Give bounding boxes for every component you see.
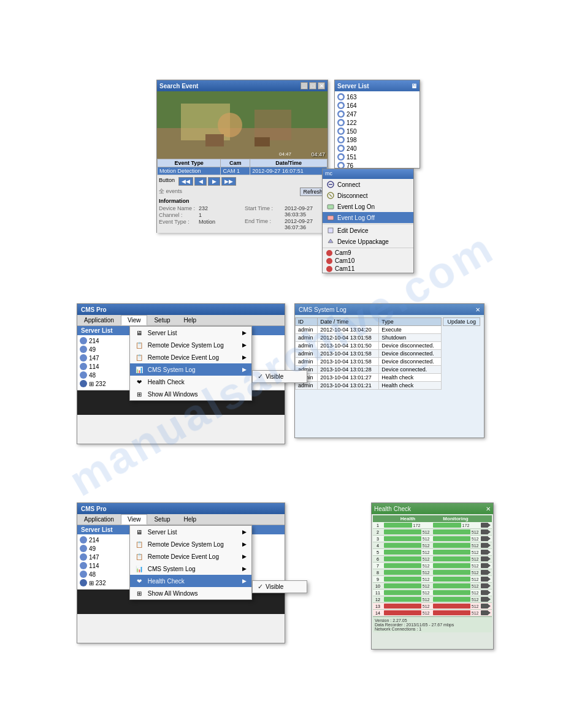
visible-option-2[interactable]: ✓ Visible <box>253 371 307 382</box>
dd3-server-list[interactable]: 🖥 Server List ▶ <box>130 526 251 538</box>
event-type-value: Motion <box>199 219 215 225</box>
server-item-151[interactable]: ⬤ 151 <box>336 153 418 161</box>
visible-option-3[interactable]: ✓ Visible <box>253 581 307 593</box>
hc-health-bar-1: 172 <box>383 523 432 528</box>
ctx-disconnect[interactable]: Disconnect <box>323 190 413 201</box>
hc-health-bar-14: 512 <box>383 610 432 615</box>
server-item-76[interactable]: ⬤ 76 <box>336 161 418 168</box>
section2: CMS Pro Application View Setup Help Serv… <box>77 303 494 450</box>
close-btn[interactable]: ✕ <box>318 82 325 89</box>
close-icon-log[interactable]: ✕ <box>475 306 480 313</box>
ctx-connect[interactable]: Connect <box>323 179 413 190</box>
hc-rows-container[interactable]: 1 172 172 <box>373 522 492 616</box>
tree-server-icon <box>80 346 87 353</box>
dd3-remote-event-log[interactable]: 📋 Remote Device Event Log ▶ <box>130 550 251 563</box>
menu-view-2[interactable]: View <box>121 315 148 325</box>
server-item-163[interactable]: ⬤ 163 <box>336 93 418 101</box>
server-item-150[interactable]: ⬤ 150 <box>336 127 418 135</box>
dd-remote-event-log[interactable]: 📋 Remote Device Event Log ▶ <box>130 351 251 363</box>
server-item-240[interactable]: ⬤ 240 <box>336 144 418 153</box>
hc-row-10: 10512512 <box>373 583 492 590</box>
hc-monitoring-bar-5: 512 <box>432 550 481 555</box>
hc-monitoring-bar-1: 172 <box>432 523 481 528</box>
dd3-show-all-windows[interactable]: ⊞ Show All Windows <box>130 587 251 599</box>
hc-row-7: 7512512 <box>373 563 492 569</box>
cms-titlebar-3: CMS Pro <box>77 503 285 514</box>
ctx-event-log-on[interactable]: Event Log On <box>323 201 413 212</box>
dd3-cms-system-log[interactable]: 📊 CMS System Log ▶ <box>130 563 251 575</box>
log-table-container[interactable]: ID Date / Time Type admin2012-10-04 13:0… <box>295 317 442 419</box>
minimize-btn[interactable]: _ <box>301 82 308 89</box>
dd-server-list[interactable]: 🖥 Server List ▶ <box>130 327 251 339</box>
hc-monitoring-bar-7: 512 <box>432 563 481 568</box>
hc-num-11: 11 <box>373 591 383 595</box>
svg-line-11 <box>329 194 332 197</box>
hc-close-icon[interactable]: ✕ <box>486 506 491 512</box>
next-next-btn[interactable]: ▶▶ <box>221 177 236 186</box>
ctx-event-log-off[interactable]: Event Log Off <box>323 212 413 223</box>
menu-help-2[interactable]: Help <box>177 315 204 325</box>
cms-log-icon: 📊 <box>135 365 144 374</box>
tree-server-icon <box>80 380 87 387</box>
server-icon: ⬤ <box>337 110 345 118</box>
remote-system-log3-icon: 📋 <box>135 540 144 548</box>
remote-system-log-icon: 📋 <box>135 341 144 349</box>
hc-row-6: 6512512 <box>373 556 492 563</box>
menu-setup-2[interactable]: Setup <box>147 315 177 325</box>
maximize-btn[interactable]: □ <box>309 82 316 89</box>
view-dropdown-2: 🖥 Server List ▶ 📋 Remote Device System L… <box>129 326 252 401</box>
server-item-164[interactable]: ⬤ 164 <box>336 101 418 110</box>
menu-help-3[interactable]: Help <box>177 514 204 525</box>
dd-cms-system-log[interactable]: 📊 CMS System Log ▶ <box>130 363 251 376</box>
cms-log-title: CMS System Log <box>299 306 347 313</box>
dd3-remote-system-log[interactable]: 📋 Remote Device System Log ▶ <box>130 538 251 550</box>
menu-application-2[interactable]: Application <box>77 315 121 325</box>
hc-cam-icon-5 <box>481 550 492 555</box>
menu-view-3[interactable]: View <box>121 514 148 525</box>
all-events-label: 全 events <box>159 188 182 196</box>
dd-health-check[interactable]: ❤ Health Check <box>130 376 251 388</box>
cam9-item[interactable]: Cam9 <box>323 249 413 257</box>
dd3-health-check[interactable]: ❤ Health Check ▶ <box>130 575 251 587</box>
prev-btn[interactable]: ◀ <box>194 177 207 186</box>
dd-remote-system-log[interactable]: 📋 Remote Device System Log ▶ <box>130 339 251 351</box>
hc-row-8: 8512512 <box>373 569 492 576</box>
hc-health-bar-2: 512 <box>383 529 432 534</box>
dd-show-all-windows[interactable]: ⊞ Show All Windows <box>130 388 251 400</box>
log-row: admin2012-10-04 13:01:58Shutdown <box>296 334 442 342</box>
check-icon: ✓ <box>258 373 263 381</box>
hc-row-4: 4512512 <box>373 542 492 549</box>
show-all-icon: ⊞ <box>135 390 144 398</box>
server-list-window: Server List 🖥 ⬤ 163 ⬤ 164 ⬤ 247 ⬤ 122 ⬤ <box>334 80 420 169</box>
cms-menubar-2: Application View Setup Help <box>77 315 285 326</box>
hc-health-bar-5: 512 <box>383 550 432 555</box>
hc-health-bar-12: 512 <box>383 597 432 602</box>
log-row: admin2013-10-04 13:01:27Health check <box>296 374 442 382</box>
device-name-label: Device Name : <box>159 205 199 211</box>
server-item-198[interactable]: ⬤ 198 <box>336 135 418 144</box>
hc-header: Health Monitoring <box>373 515 492 522</box>
cam10-item[interactable]: Cam10 <box>323 257 413 265</box>
hc-cam-icon-3 <box>481 536 492 541</box>
hc-monitoring-bar-2: 512 <box>432 529 481 534</box>
hc-monitoring-bar-3: 512 <box>432 536 481 541</box>
hc-health-bar-11: 512 <box>383 590 432 595</box>
cam11-item[interactable]: Cam11 <box>323 265 413 273</box>
update-log-btn[interactable]: Update Log <box>443 317 480 326</box>
hc-row-1: 1 172 172 <box>373 522 492 529</box>
ctx-edit-device[interactable]: Edit Device <box>323 225 413 236</box>
hc-num-7: 7 <box>373 564 383 568</box>
health-check-panel: Health Check ✕ Health Monitoring 1 <box>371 502 494 650</box>
menu-application-3[interactable]: Application <box>77 514 121 525</box>
server-item-247[interactable]: ⬤ 247 <box>336 110 418 118</box>
event-row[interactable]: Motion Detection CAM 1 2012-09-27 16:07:… <box>158 167 327 175</box>
hc-monitoring-bar-9: 512 <box>432 577 481 582</box>
ctx-device-uppackage[interactable]: Device Uppackage <box>323 236 413 247</box>
next-btn[interactable]: ▶ <box>208 177 220 186</box>
server-list-content[interactable]: ⬤ 163 ⬤ 164 ⬤ 247 ⬤ 122 ⬤ 150 ⬤ 198 <box>335 91 419 168</box>
menu-setup-3[interactable]: Setup <box>147 514 177 525</box>
server-item-122[interactable]: ⬤ 122 <box>336 118 418 127</box>
button-section-label: Button <box>159 177 175 186</box>
prev-prev-btn[interactable]: ◀◀ <box>178 177 193 186</box>
server-icon: ⬤ <box>337 153 345 161</box>
